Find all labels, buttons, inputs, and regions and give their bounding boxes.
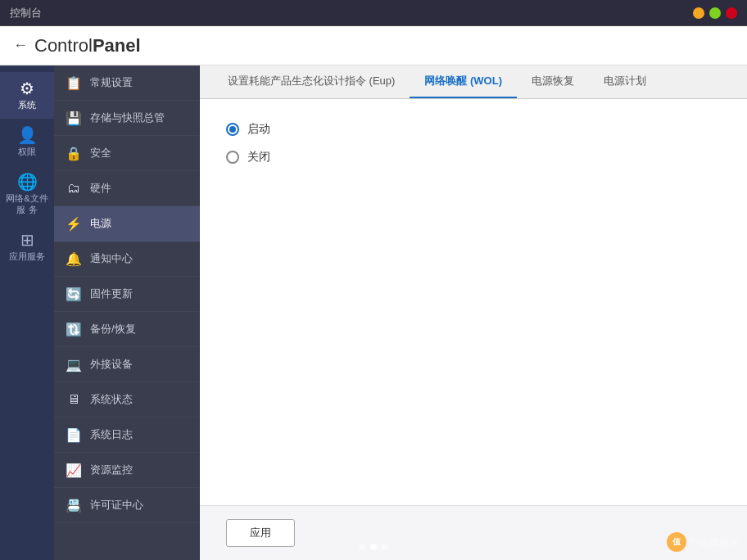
sub-item-firmware[interactable]: 🔄 固件更新: [54, 277, 200, 312]
enable-radio-label: 启动: [247, 122, 270, 137]
title-panel-part: Panel: [93, 35, 141, 56]
sidebar-item-network[interactable]: 🌐 网络&文件服 务: [0, 165, 54, 223]
dot-2: [370, 544, 377, 550]
system-icon: ⚙: [20, 80, 34, 97]
sub-sidebar: 📋 常规设置 💾 存储与快照总管 🔒 安全 🗂 硬件 ⚡ 电源 🔔 通知中心 🔄…: [54, 65, 200, 560]
resourcemon-sub-icon: 📈: [66, 462, 82, 478]
close-button[interactable]: [726, 7, 737, 19]
content-footer: 应用: [200, 505, 747, 560]
enable-radio-circle: [226, 123, 239, 136]
systemstatus-sub-label: 系统状态: [90, 392, 133, 407]
radio-group: 启动 关闭: [226, 122, 721, 165]
firmware-sub-label: 固件更新: [90, 287, 133, 301]
network-label: 网络&文件服 务: [3, 193, 51, 215]
firmware-sub-icon: 🔄: [66, 286, 82, 302]
backup-sub-icon: 🔃: [66, 321, 82, 337]
tab-powerfail[interactable]: 电源恢复: [517, 65, 589, 98]
title-bar: 控制台: [0, 0, 747, 26]
watermark: 值 什么值得买: [667, 532, 739, 552]
maximize-button[interactable]: [709, 7, 721, 19]
sidebar-item-system[interactable]: ⚙ 系统: [0, 72, 54, 119]
general-sub-label: 常规设置: [90, 75, 133, 90]
app-title: ControlPanel: [34, 35, 141, 56]
title-control-part: Control: [34, 35, 93, 56]
sub-item-external[interactable]: 💻 外接设备: [54, 347, 200, 382]
sub-item-hardware[interactable]: 🗂 硬件: [54, 171, 200, 206]
sub-item-resourcemon[interactable]: 📈 资源监控: [54, 453, 200, 488]
disable-radio-label: 关闭: [247, 150, 270, 165]
security-sub-icon: 🔒: [66, 145, 82, 161]
user-label: 权限: [18, 147, 36, 157]
title-bar-controls: [693, 7, 737, 19]
systemstatus-sub-icon: 🖥: [66, 391, 82, 408]
sub-item-notification[interactable]: 🔔 通知中心: [54, 242, 200, 277]
back-button[interactable]: ←: [13, 37, 28, 54]
general-sub-icon: 📋: [66, 75, 82, 91]
syslog-sub-icon: 📄: [66, 427, 82, 443]
body-layout: ⚙ 系统 👤 权限 🌐 网络&文件服 务 ⊞ 应用服务 📋 常规设置 💾 存储与…: [0, 65, 747, 560]
security-sub-label: 安全: [90, 146, 111, 160]
network-icon: 🌐: [17, 174, 38, 190]
tabs-bar: 设置耗能产品生态化设计指令 (Eup)网络唤醒 (WOL)电源恢复电源计划: [200, 65, 747, 99]
sub-item-syslog[interactable]: 📄 系统日志: [54, 418, 200, 453]
storage-sub-label: 存储与快照总管: [90, 111, 165, 125]
tab-powerplan[interactable]: 电源计划: [589, 65, 661, 98]
tab-wol[interactable]: 网络唤醒 (WOL): [410, 65, 517, 98]
sub-item-backup[interactable]: 🔃 备份/恢复: [54, 312, 200, 347]
user-icon: 👤: [17, 127, 38, 143]
storage-sub-icon: 💾: [66, 110, 82, 126]
dot-3: [382, 544, 388, 550]
system-label: 系统: [18, 100, 36, 111]
watermark-text: 什么值得买: [690, 535, 739, 549]
hardware-sub-label: 硬件: [90, 181, 111, 196]
apply-button[interactable]: 应用: [226, 519, 295, 547]
sub-item-security[interactable]: 🔒 安全: [54, 136, 200, 171]
sub-item-general[interactable]: 📋 常规设置: [54, 65, 200, 101]
title-bar-text: 控制台: [10, 6, 42, 20]
resourcemon-sub-label: 资源监控: [90, 463, 133, 477]
external-sub-icon: 💻: [66, 356, 82, 373]
power-sub-icon: ⚡: [66, 215, 82, 232]
sub-item-license[interactable]: 📇 许可证中心: [54, 488, 200, 523]
backup-sub-label: 备份/恢复: [90, 322, 136, 336]
hardware-sub-icon: 🗂: [66, 180, 82, 196]
radio-disable[interactable]: 关闭: [226, 150, 721, 165]
content-area: 设置耗能产品生态化设计指令 (Eup)网络唤醒 (WOL)电源恢复电源计划 启动…: [200, 65, 747, 560]
dot-1: [359, 544, 365, 550]
sub-item-systemstatus[interactable]: 🖥 系统状态: [54, 382, 200, 418]
content-panel: 启动 关闭: [200, 99, 747, 505]
radio-enable[interactable]: 启动: [226, 122, 721, 137]
license-sub-icon: 📇: [66, 497, 82, 513]
tab-eup[interactable]: 设置耗能产品生态化设计指令 (Eup): [213, 65, 410, 98]
appservice-icon: ⊞: [20, 232, 34, 248]
sub-item-storage[interactable]: 💾 存储与快照总管: [54, 101, 200, 136]
power-sub-label: 电源: [90, 216, 111, 231]
notification-sub-label: 通知中心: [90, 251, 133, 266]
minimize-button[interactable]: [693, 7, 704, 19]
disable-radio-circle: [226, 151, 239, 164]
sidebar-item-appservice[interactable]: ⊞ 应用服务: [0, 224, 54, 270]
license-sub-label: 许可证中心: [90, 498, 143, 513]
watermark-icon: 值: [667, 532, 686, 552]
header: ← ControlPanel: [0, 26, 747, 65]
syslog-sub-label: 系统日志: [90, 427, 133, 442]
sidebar-item-user[interactable]: 👤 权限: [0, 119, 54, 165]
notification-sub-icon: 🔔: [66, 251, 82, 267]
sub-item-power[interactable]: ⚡ 电源: [54, 206, 200, 242]
sidebar: ⚙ 系统 👤 权限 🌐 网络&文件服 务 ⊞ 应用服务: [0, 65, 54, 560]
main-container: ← ControlPanel ⚙ 系统 👤 权限 🌐 网络&文件服 务 ⊞ 应用…: [0, 26, 747, 560]
external-sub-label: 外接设备: [90, 357, 133, 372]
appservice-label: 应用服务: [9, 251, 45, 262]
pagination: [359, 544, 388, 550]
